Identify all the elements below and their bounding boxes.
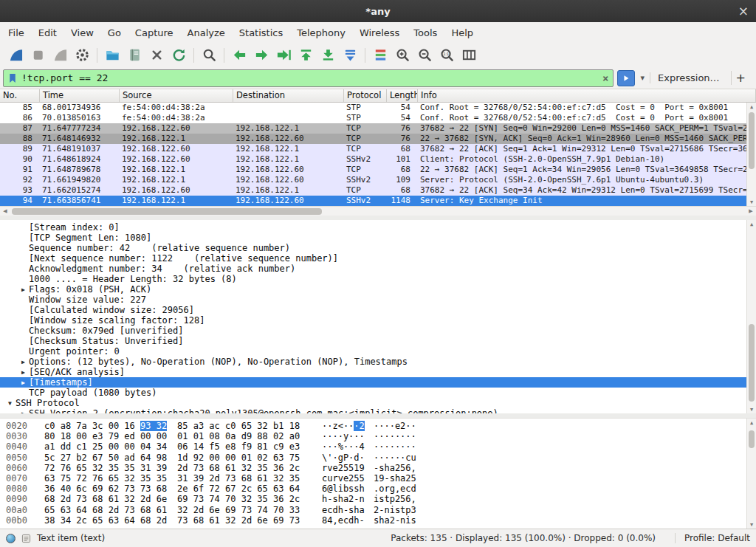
detail-line[interactable]: ▶Flags: 0x018 (PSH, ACK) (0, 284, 746, 295)
scrollbar-thumb[interactable] (749, 112, 755, 169)
save-file-button[interactable] (123, 45, 145, 66)
scroll-up-arrow[interactable]: ▲ (747, 419, 756, 427)
column-header-time[interactable]: Time (40, 89, 120, 102)
scroll-left-arrow[interactable]: ◀ (0, 207, 10, 216)
column-header-destination[interactable]: Destination (233, 89, 344, 102)
zoom-out-button[interactable] (413, 45, 436, 66)
scroll-down-arrow[interactable]: ▼ (747, 405, 756, 413)
detail-line[interactable]: TCP payload (1080 bytes) (0, 388, 746, 398)
column-header-info[interactable]: Info (418, 89, 756, 102)
zoom-in-button[interactable] (391, 45, 413, 66)
packet-row[interactable]: 9371.662015274192.168.122.60192.168.122.… (0, 185, 746, 196)
open-file-button[interactable] (101, 45, 123, 66)
packet-row[interactable]: 8871.648146932192.168.122.1192.168.122.6… (0, 134, 746, 144)
scroll-up-arrow[interactable]: ▲ (747, 103, 756, 111)
detail-line[interactable]: [Next sequence number: 1122 (relative se… (0, 253, 746, 264)
detail-line[interactable]: Window size value: 227 (0, 295, 746, 305)
scroll-right-arrow[interactable]: ▶ (746, 207, 756, 216)
hex-row[interactable]: 00505c 27 b2 67 50 ad 64 981d 92 00 00 0… (6, 453, 746, 463)
expander-icon[interactable]: ▶ (18, 357, 29, 368)
menu-analyze[interactable]: Analyze (188, 27, 225, 38)
packet-list-hscrollbar[interactable]: ◀ ▶ (0, 206, 756, 216)
close-window-button[interactable]: × (738, 0, 749, 22)
auto-scroll-toggle[interactable] (339, 45, 361, 66)
expander-icon[interactable]: ▼ (4, 399, 16, 409)
menu-statistics[interactable]: Statistics (239, 27, 283, 38)
detail-line[interactable]: [Stream index: 0] (0, 222, 746, 233)
scroll-up-arrow[interactable]: ▲ (747, 220, 756, 228)
menu-telephony[interactable]: Telephony (297, 27, 346, 38)
expander-icon[interactable]: ▶ (18, 368, 29, 378)
menu-capture[interactable]: Capture (135, 27, 173, 38)
detail-line[interactable]: Sequence number: 42 (relative sequence n… (0, 243, 746, 253)
detail-line[interactable]: Checksum: 0x79ed [unverified] (0, 326, 746, 336)
stop-capture-button[interactable] (27, 45, 49, 66)
add-filter-button[interactable]: + (731, 71, 753, 85)
expression-button[interactable]: Expression… (650, 72, 727, 83)
start-capture-button[interactable] (4, 45, 27, 66)
scrollbar-thumb[interactable] (12, 208, 322, 215)
packet-row[interactable]: 9171.648789678192.168.122.1192.168.122.6… (0, 165, 746, 175)
capture-comment-icon[interactable] (21, 534, 31, 543)
go-forward-button[interactable] (250, 45, 272, 66)
detail-line[interactable]: Urgent pointer: 0 (0, 346, 746, 357)
zoom-original-button[interactable]: 1:1 (436, 45, 458, 66)
hex-row[interactable]: 006072 76 65 32 35 35 31 392d 73 68 61 3… (6, 463, 746, 473)
detail-line[interactable]: [Checksum Status: Unverified] (0, 336, 746, 346)
go-to-first-packet-button[interactable] (295, 45, 317, 66)
hex-row[interactable]: 0020c0 a8 7a 3c 00 16 93 3285 a3 ac c0 6… (6, 421, 746, 431)
packet-row[interactable]: 8568.001734936fe:54:00:d4:38:2aSTP54Conf… (0, 103, 746, 113)
menu-view[interactable]: View (71, 27, 94, 38)
resize-columns-button[interactable] (458, 45, 480, 66)
expander-icon[interactable]: ▶ (18, 285, 29, 295)
menu-edit[interactable]: Edit (38, 27, 57, 38)
hex-row[interactable]: 003080 18 00 e3 79 ed 00 0001 01 08 0a d… (6, 431, 746, 441)
restart-capture-button[interactable] (49, 45, 71, 66)
column-header-protocol[interactable]: Protocol (344, 89, 387, 102)
packet-row[interactable]: 8771.647777234192.168.122.60192.168.122.… (0, 123, 746, 134)
detail-line[interactable]: [TCP Segment Len: 1080] (0, 233, 746, 243)
detail-line[interactable]: ▼SSH Protocol (0, 398, 746, 408)
column-header-length[interactable]: Length (387, 89, 418, 102)
menu-wireless[interactable]: Wireless (360, 27, 399, 38)
column-header-no[interactable]: No. (0, 89, 40, 102)
hex-row[interactable]: 009068 2d 73 68 61 32 2d 6e69 73 74 70 3… (6, 494, 746, 504)
hex-row[interactable]: 00a065 63 64 68 2d 73 68 6132 2d 6e 69 7… (6, 505, 746, 515)
reload-button[interactable] (168, 45, 190, 66)
bytes-vscrollbar[interactable]: ▲ ▼ (746, 419, 756, 529)
expert-info-icon[interactable] (6, 534, 16, 543)
detail-line[interactable]: Acknowledgment number: 34 (relative ack … (0, 264, 746, 274)
detail-line[interactable]: ▶[SEQ/ACK analysis] (0, 367, 746, 377)
menu-help[interactable]: Help (451, 27, 473, 38)
scroll-down-arrow[interactable]: ▼ (747, 198, 756, 206)
packet-list-header[interactable]: No.TimeSourceDestinationProtocolLengthIn… (0, 89, 756, 103)
menu-file[interactable]: File (8, 27, 24, 38)
hex-row[interactable]: 008036 40 6c 69 62 73 73 682e 6f 72 67 2… (6, 484, 746, 494)
packet-row[interactable]: 9071.648618924192.168.122.60192.168.122.… (0, 154, 746, 165)
display-filter-input[interactable]: !tcp.port == 22 × (3, 69, 614, 87)
packet-row[interactable]: 9271.661949820192.168.122.1192.168.122.6… (0, 175, 746, 185)
detail-line[interactable]: ▶[Timestamps] (0, 377, 746, 388)
filter-clear-icon[interactable]: × (602, 72, 608, 84)
close-file-button[interactable] (145, 45, 168, 66)
scrollbar-thumb[interactable] (749, 324, 755, 402)
filter-apply-button[interactable] (617, 70, 635, 86)
expander-icon[interactable]: ▶ (18, 378, 29, 388)
packet-row[interactable]: 9471.663856741192.168.122.1192.168.122.6… (0, 196, 746, 206)
packet-row[interactable]: 8971.648191037192.168.122.60192.168.122.… (0, 144, 746, 154)
go-to-last-packet-button[interactable] (317, 45, 339, 66)
detail-line[interactable]: [Calculated window size: 29056] (0, 305, 746, 315)
capture-options-button[interactable] (71, 45, 93, 66)
scroll-down-arrow[interactable]: ▼ (747, 520, 756, 529)
expander-icon[interactable]: ▶ (18, 409, 29, 414)
packet-list-vscrollbar[interactable]: ▲ ▼ (746, 103, 756, 206)
scrollbar-thumb[interactable] (749, 430, 755, 448)
detail-line[interactable]: [Window size scaling factor: 128] (0, 315, 746, 326)
detail-line[interactable]: ▶SSH Version 2 (encryption:chacha20-poly… (0, 408, 746, 413)
filter-dropdown-caret[interactable]: ▾ (639, 73, 646, 83)
hex-row[interactable]: 00b038 34 2c 65 63 64 68 2d73 68 61 32 2… (6, 515, 746, 526)
menu-go[interactable]: Go (108, 27, 121, 38)
hex-row[interactable]: 0040a1 dd c1 25 00 00 04 3406 14 f5 e8 f… (6, 441, 746, 452)
menu-tools[interactable]: Tools (413, 27, 437, 38)
profile-label[interactable]: Profile: Default (675, 533, 750, 543)
